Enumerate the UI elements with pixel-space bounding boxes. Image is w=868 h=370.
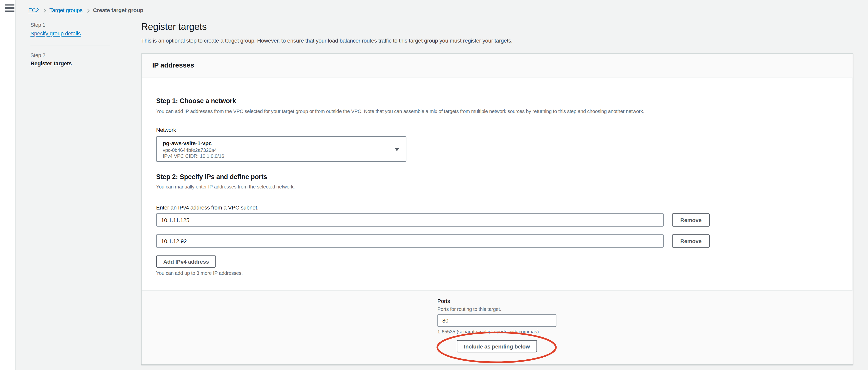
breadcrumb-link-ec2[interactable]: EC2 xyxy=(28,7,39,14)
choose-network-heading: Step 1: Choose a network xyxy=(156,97,838,105)
menu-icon[interactable] xyxy=(5,4,14,11)
chevron-down-icon xyxy=(395,148,399,151)
breadcrumb-current-page: Create target group xyxy=(93,7,143,14)
network-select-vpc-id: vpc-0b4644bfe2a7326a4 xyxy=(163,147,389,153)
ip-address-input-2[interactable] xyxy=(156,234,664,248)
network-select-value: pg-aws-vsite-1-vpc xyxy=(163,140,389,147)
choose-network-description: You can add IP addresses from the VPC se… xyxy=(156,109,838,115)
ports-constraint: 1-65535 (separate multiple ports with co… xyxy=(437,329,557,335)
ip-row: Remove xyxy=(156,234,838,248)
step-2-label: Step 2 xyxy=(30,52,141,58)
chevron-right-icon xyxy=(86,9,90,12)
remove-ip-button-2[interactable]: Remove xyxy=(672,234,710,248)
sidebar-item-register-targets: Register targets xyxy=(30,60,141,67)
steps-nav-step-1: Step 1 Specify group details xyxy=(30,22,141,37)
ports-label: Ports xyxy=(437,298,557,305)
network-select-cidr: IPv4 VPC CIDR: 10.1.0.0/16 xyxy=(163,153,389,159)
ports-description: Ports for routing to this target. xyxy=(437,307,557,313)
ip-row: Remove xyxy=(156,213,838,227)
network-label: Network xyxy=(156,127,838,134)
sidebar-item-specify-group-details[interactable]: Specify group details xyxy=(30,30,81,37)
menu-bar xyxy=(5,7,14,9)
card-title: IP addresses xyxy=(152,62,842,70)
step-1-label: Step 1 xyxy=(30,22,141,28)
ports-input[interactable] xyxy=(437,314,557,327)
ports-section: Ports Ports for routing to this target. … xyxy=(142,290,852,364)
collapsed-nav-rail xyxy=(0,0,16,370)
ip-addresses-card: IP addresses Step 1: Choose a network Yo… xyxy=(141,53,853,365)
include-as-pending-button[interactable]: Include as pending below xyxy=(457,340,537,352)
chevron-right-icon xyxy=(42,9,46,12)
ports-column: Ports Ports for routing to this target. … xyxy=(437,298,557,352)
page-title: Register targets xyxy=(141,21,853,33)
steps-nav-step-2: Step 2 Register targets xyxy=(30,52,141,67)
network-select[interactable]: pg-aws-vsite-1-vpc vpc-0b4644bfe2a7326a4… xyxy=(156,136,406,162)
app-viewport: EC2 Target groups Create target group St… xyxy=(0,0,868,370)
add-ipv4-address-button[interactable]: Add IPv4 address xyxy=(156,255,216,267)
card-body: Step 1: Choose a network You can add IP … xyxy=(142,97,852,290)
specify-ips-heading: Step 2: Specify IPs and define ports xyxy=(156,173,838,180)
specify-ips-description: You can manually enter IP addresses from… xyxy=(156,184,838,190)
steps-nav: Step 1 Specify group details Step 2 Regi… xyxy=(16,14,141,67)
page-description: This is an optional step to create a tar… xyxy=(141,37,853,44)
add-ip-hint: You can add up to 3 more IP addresses. xyxy=(156,270,838,277)
card-header: IP addresses xyxy=(142,54,852,78)
ip-input-label: Enter an IPv4 address from a VPC subnet. xyxy=(156,204,838,211)
page-content: EC2 Target groups Create target group St… xyxy=(16,0,868,365)
remove-ip-button-1[interactable]: Remove xyxy=(672,213,710,227)
breadcrumb: EC2 Target groups Create target group xyxy=(16,0,868,14)
divider xyxy=(30,45,110,45)
menu-bar xyxy=(5,4,14,6)
ip-address-input-1[interactable] xyxy=(156,213,664,227)
main-panel: Register targets This is an optional ste… xyxy=(141,14,868,365)
menu-bar xyxy=(5,10,14,11)
breadcrumb-link-target-groups[interactable]: Target groups xyxy=(50,7,83,14)
